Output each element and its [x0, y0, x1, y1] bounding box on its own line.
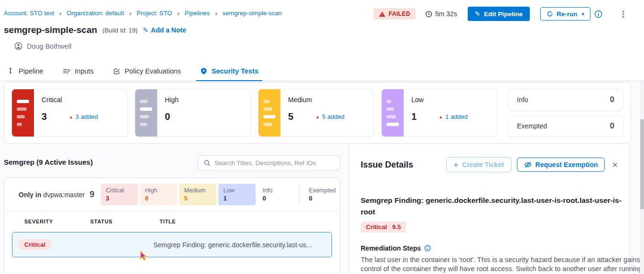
severity-added[interactable]: ▲ 1 added [439, 113, 468, 120]
remediation-body: The last user in the container is 'root'… [361, 256, 642, 274]
request-exemption-button[interactable]: Request Exemption [517, 158, 605, 172]
added-up-icon: ▲ [439, 115, 443, 119]
chip-info[interactable]: Info 0 [258, 184, 295, 205]
caret-down-icon[interactable]: ▾ [581, 11, 584, 17]
filter-row: Only in dvpwa:master 9 Critical 3 High 0… [4, 178, 340, 211]
tab-policy-evaluations[interactable]: Policy Evaluations [113, 61, 181, 81]
scope-total: 9 [90, 190, 95, 200]
page-title: semgrep-simple-scan [4, 25, 97, 35]
duration-value: 5m 32s [435, 10, 457, 18]
added-up-icon: ▲ [69, 115, 73, 119]
breadcrumb: Account: STO test › Organization: defaul… [4, 10, 282, 17]
added-label: 3 added [75, 113, 98, 120]
severity-added[interactable]: ▲ 3 added [69, 113, 98, 120]
rerun-icon [547, 11, 553, 17]
severity-card-info[interactable]: Info 0 [508, 89, 623, 111]
issues-heading: Semgrep (9 Active Issues) [4, 158, 93, 166]
severity-card-exempted[interactable]: Exempted 0 [508, 115, 623, 137]
add-note-button[interactable]: ✎ Add a Note [143, 26, 186, 34]
severity-card-critical[interactable]: Critical 3 ▲ 3 added [11, 89, 128, 137]
policy-check-icon [113, 67, 120, 75]
severity-card-label: Info [517, 96, 528, 104]
user-name: Doug Bothwell [27, 42, 72, 50]
column-title: TITLE [160, 219, 333, 224]
remediation-text: The last user in the container is 'root'… [361, 255, 644, 274]
issue-details-header: Issue Details ◆ Create Ticket Request Ex… [361, 157, 618, 172]
chip-medium[interactable]: Medium 5 [179, 184, 216, 205]
severity-card-count: 1 [411, 111, 417, 122]
scope-label: Only in dvpwa:master [19, 191, 85, 199]
page: Account: STO test › Organization: defaul… [0, 0, 644, 274]
severity-card-high[interactable]: High 0 ▲ [135, 89, 251, 137]
severity-added[interactable]: ▲ 5 added [315, 113, 344, 120]
eye-off-icon [524, 161, 532, 169]
breadcrumb-organization[interactable]: Organization: default [67, 10, 124, 17]
added-up-icon: ▲ [315, 115, 320, 119]
breadcrumb-current[interactable]: semgrep-simple-scan [223, 10, 282, 17]
issue-row-selected[interactable]: Critical Semgrep Finding: generic.docker… [12, 232, 332, 257]
chip-high[interactable]: High 0 [140, 184, 177, 205]
tab-pipeline[interactable]: Pipeline [7, 61, 43, 81]
pipeline-info-icon[interactable] [594, 10, 602, 18]
scrollbar-thumb[interactable] [640, 119, 644, 209]
issues-table-header: SEVERITY STATUS TITLE [4, 211, 340, 229]
severity-card-count: 0 [610, 121, 614, 131]
tab-label: Pipeline [19, 67, 43, 75]
duration: 5m 32s [425, 10, 457, 18]
top-actions: FAILED 5m 32s ✎ Edit Pipeline Re-run ▾ [374, 7, 631, 21]
content-area: Critical 3 ▲ 3 added High [0, 81, 644, 274]
added-label: 5 added [322, 113, 344, 120]
severity-card-label: Exempted [517, 122, 547, 130]
severity-pill: Critical [18, 239, 52, 250]
chip-count: 1 [224, 195, 250, 202]
close-icon[interactable]: × [612, 160, 618, 169]
issue-title: Semgrep Finding: generic.dockerfile.secu… [153, 241, 326, 249]
chip-critical[interactable]: Critical 3 [101, 184, 138, 205]
column-severity: SEVERITY [24, 219, 90, 224]
breadcrumb-pipelines[interactable]: Pipelines [184, 10, 210, 17]
rerun-label: Re-run [557, 11, 578, 18]
severity-card-label: Low [411, 96, 489, 104]
severity-card-label: High [165, 96, 243, 104]
edit-pipeline-button[interactable]: ✎ Edit Pipeline [468, 7, 530, 21]
chip-label: Info [263, 187, 290, 194]
info-icon[interactable] [424, 245, 431, 252]
chip-count: 0 [145, 195, 172, 202]
create-ticket-label: Create Ticket [462, 161, 504, 169]
severity-card-low[interactable]: Low 1 ▲ 1 added [381, 89, 497, 137]
severity-score-label: Critical [366, 223, 387, 231]
search-input[interactable] [215, 159, 334, 167]
tab-inputs[interactable]: Inputs [63, 61, 94, 81]
severity-card-label: Medium [288, 96, 366, 104]
breadcrumb-project[interactable]: Project: STO [137, 10, 172, 17]
severity-score-badge: Critical 9.5 [361, 221, 406, 232]
build-id: (Build Id: 19) [102, 27, 138, 34]
severity-card-medium[interactable]: Medium 5 ▲ 5 added [258, 89, 374, 137]
issues-card: Only in dvpwa:master 9 Critical 3 High 0… [4, 178, 340, 274]
remediation-heading: Remediation Steps [361, 244, 618, 252]
chevron-right-icon: › [177, 9, 179, 17]
chevron-right-icon: › [129, 9, 131, 17]
severity-score-value: 9.5 [392, 223, 401, 231]
chip-exempted[interactable]: Exempted 0 [304, 184, 340, 205]
inputs-icon [63, 67, 71, 75]
medium-bars-icon [258, 89, 280, 137]
user-icon [14, 42, 22, 50]
breadcrumb-account[interactable]: Account: STO test [4, 10, 54, 17]
rerun-button[interactable]: Re-run ▾ [540, 7, 590, 21]
severity-summary-panel: Critical 3 ▲ 3 added High [4, 82, 631, 144]
pipeline-icon [7, 67, 14, 75]
shield-icon [200, 67, 207, 75]
chip-count: 0 [309, 195, 336, 202]
tab-security-tests[interactable]: Security Tests [200, 61, 258, 81]
chip-low[interactable]: Low 1 [218, 184, 256, 205]
severity-card-count: 0 [165, 111, 170, 122]
status-badge-label: FAILED [389, 11, 410, 17]
severity-filter-chips: Critical 3 High 0 Medium 5 Low 1 [101, 184, 340, 205]
more-options-icon[interactable]: ⋮ [616, 9, 631, 20]
chip-count: 3 [106, 195, 133, 202]
chip-label: Critical [106, 187, 133, 194]
tab-bar: Pipeline Inputs Policy Evaluations Secur… [0, 61, 644, 81]
create-ticket-button[interactable]: ◆ Create Ticket [446, 157, 512, 172]
severity-card-count: 0 [610, 95, 614, 105]
